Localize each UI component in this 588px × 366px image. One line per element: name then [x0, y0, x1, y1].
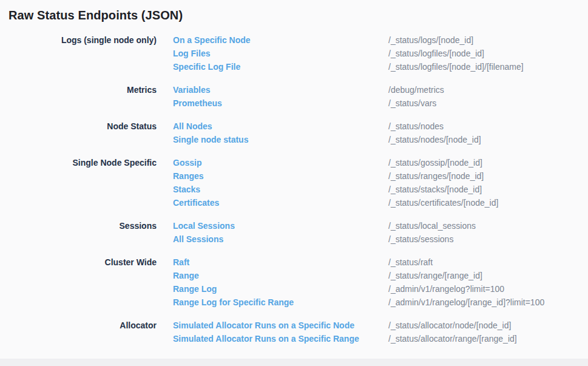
endpoint-link-all-nodes[interactable]: All Nodes	[173, 121, 388, 131]
endpoint-path: /_status/logfiles/[node_id]/[filename]	[388, 62, 524, 72]
endpoint-link-certificates[interactable]: Certificates	[173, 198, 388, 208]
endpoint-path: /_status/nodes/[node_id]	[388, 135, 481, 144]
endpoint-group-logs: Logs (single node only) On a Specific No…	[0, 33, 588, 73]
endpoint-row: Range /_status/range/[range_id]	[173, 269, 588, 282]
endpoint-link-stacks[interactable]: Stacks	[173, 185, 388, 194]
group-category-label: Cluster Wide	[0, 256, 157, 269]
endpoint-link-range-log[interactable]: Range Log	[173, 284, 388, 294]
endpoint-row: Variables /debug/metrics	[173, 83, 588, 97]
page-title: Raw Status Endpoints (JSON)	[0, 0, 588, 23]
endpoint-row: Range Log for Specific Range /_admin/v1/…	[173, 296, 588, 309]
group-category-label: Metrics	[0, 83, 157, 97]
endpoint-link-variables[interactable]: Variables	[173, 85, 388, 95]
endpoint-row: Log Files /_status/logfiles/[node_id]	[173, 47, 588, 60]
endpoint-path: /_status/logs/[node_id]	[388, 35, 473, 45]
group-category-label: Sessions	[0, 219, 157, 232]
endpoint-row: Local Sessions /_status/local_sessions	[173, 219, 588, 232]
endpoint-path: /_status/sessions	[388, 234, 453, 244]
endpoint-link-gossip[interactable]: Gossip	[173, 158, 388, 168]
endpoint-path: /_status/raft	[388, 257, 433, 267]
endpoint-link-ranges[interactable]: Ranges	[173, 171, 388, 181]
endpoint-group-node-status: Node Status All Nodes /_status/nodes Sin…	[0, 120, 588, 146]
endpoint-path: /_status/vars	[388, 98, 436, 108]
endpoint-path: /_admin/v1/rangelog/[range_id]?limit=100	[388, 297, 544, 307]
endpoint-row: Ranges /_status/ranges/[node_id]	[173, 169, 588, 183]
endpoint-row: Stacks /_status/stacks/[node_id]	[173, 183, 588, 196]
endpoint-path: /_admin/v1/rangelog?limit=100	[388, 284, 504, 294]
endpoint-row: On a Specific Node /_status/logs/[node_i…	[173, 33, 588, 47]
endpoint-path: /_status/gossip/[node_id]	[388, 158, 482, 168]
endpoint-link-prometheus[interactable]: Prometheus	[173, 98, 388, 108]
endpoint-path: /_status/logfiles/[node_id]	[388, 49, 484, 58]
endpoint-group-cluster-wide: Cluster Wide Raft /_status/raft Range /_…	[0, 256, 588, 309]
group-category-label: Single Node Specific	[0, 156, 157, 169]
endpoint-link-raft[interactable]: Raft	[173, 257, 388, 267]
endpoint-path: /_status/nodes	[388, 121, 444, 131]
endpoint-row: Gossip /_status/gossip/[node_id]	[173, 156, 588, 169]
endpoint-path: /_status/ranges/[node_id]	[388, 171, 484, 181]
endpoint-table: Logs (single node only) On a Specific No…	[0, 33, 588, 345]
endpoint-path: /_status/stacks/[node_id]	[388, 185, 482, 194]
endpoint-group-metrics: Metrics Variables /debug/metrics Prometh…	[0, 83, 588, 110]
endpoint-link-simulated-allocator-node[interactable]: Simulated Allocator Runs on a Specific N…	[173, 320, 388, 330]
endpoint-row: All Sessions /_status/sessions	[173, 232, 588, 246]
endpoint-path: /_status/range/[range_id]	[388, 271, 482, 280]
endpoint-link-local-sessions[interactable]: Local Sessions	[173, 221, 388, 231]
footer-strip	[0, 359, 588, 366]
endpoint-path: /debug/metrics	[388, 85, 444, 95]
endpoint-row: Certificates /_status/certificates/[node…	[173, 196, 588, 209]
endpoint-path: /_status/allocator/node/[node_id]	[388, 320, 511, 330]
endpoint-link-simulated-allocator-range[interactable]: Simulated Allocator Runs on a Specific R…	[173, 334, 388, 344]
endpoint-group-single-node-specific: Single Node Specific Gossip /_status/gos…	[0, 156, 588, 209]
endpoint-link-on-a-specific-node[interactable]: On a Specific Node	[173, 35, 388, 45]
endpoint-row: Simulated Allocator Runs on a Specific R…	[173, 332, 588, 345]
endpoint-link-log-files[interactable]: Log Files	[173, 49, 388, 58]
endpoint-row: Single node status /_status/nodes/[node_…	[173, 133, 588, 146]
endpoint-row: Range Log /_admin/v1/rangelog?limit=100	[173, 282, 588, 296]
group-category-label: Logs (single node only)	[0, 33, 157, 47]
group-category-label: Node Status	[0, 120, 157, 133]
endpoint-row: Prometheus /_status/vars	[173, 97, 588, 110]
endpoint-link-all-sessions[interactable]: All Sessions	[173, 234, 388, 244]
endpoint-link-single-node-status[interactable]: Single node status	[173, 135, 388, 144]
endpoint-group-sessions: Sessions Local Sessions /_status/local_s…	[0, 219, 588, 246]
endpoint-link-range[interactable]: Range	[173, 271, 388, 280]
group-category-label: Allocator	[0, 319, 157, 332]
endpoint-path: /_status/local_sessions	[388, 221, 476, 231]
endpoint-path: /_status/certificates/[node_id]	[388, 198, 498, 208]
endpoint-row: All Nodes /_status/nodes	[173, 120, 588, 133]
endpoint-row: Raft /_status/raft	[173, 256, 588, 269]
raw-status-endpoints-page: Raw Status Endpoints (JSON) Logs (single…	[0, 0, 588, 366]
endpoint-row: Simulated Allocator Runs on a Specific N…	[173, 319, 588, 332]
endpoint-link-specific-log-file[interactable]: Specific Log File	[173, 62, 388, 72]
endpoint-group-allocator: Allocator Simulated Allocator Runs on a …	[0, 319, 588, 345]
endpoint-row: Specific Log File /_status/logfiles/[nod…	[173, 60, 588, 73]
endpoint-path: /_status/allocator/range/[range_id]	[388, 334, 517, 344]
endpoint-link-range-log-specific-range[interactable]: Range Log for Specific Range	[173, 297, 388, 307]
